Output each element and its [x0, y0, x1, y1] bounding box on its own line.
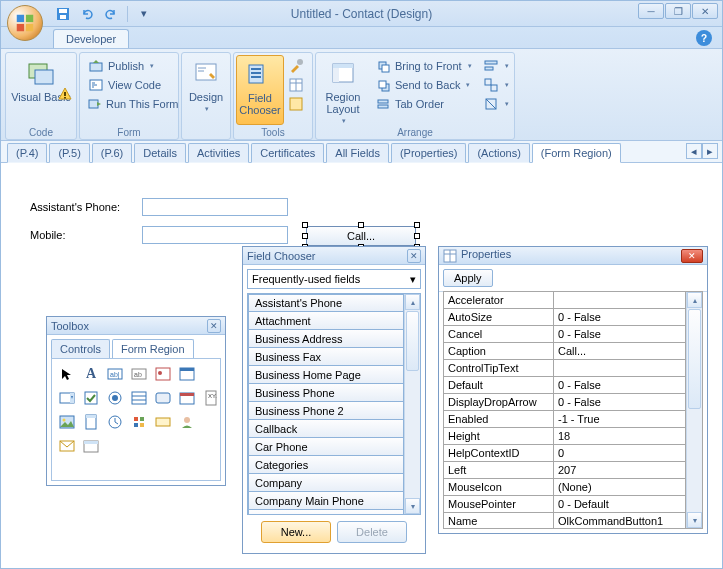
property-value[interactable]: OlkCommandButton1 — [554, 513, 686, 529]
property-value[interactable]: 0 - Default — [554, 496, 686, 513]
tab-scroll-right[interactable]: ▸ — [702, 143, 718, 159]
delete-field-button[interactable]: Delete — [337, 521, 407, 543]
field-item[interactable]: Callback — [248, 420, 404, 438]
tool-combo-icon[interactable] — [56, 387, 78, 409]
scroll-up-icon[interactable]: ▴ — [687, 292, 702, 308]
tool-textbox2-icon[interactable]: ab — [128, 363, 150, 385]
form-canvas[interactable]: Assistant's Phone: Mobile: Call... Toolb… — [2, 164, 721, 567]
advanced-props-button[interactable] — [287, 95, 307, 113]
tool-option-icon[interactable] — [104, 387, 126, 409]
field-category-select[interactable]: Frequently-used fields ▾ — [247, 269, 421, 289]
toolbox-title-bar[interactable]: Toolbox ✕ — [47, 317, 225, 335]
field-item[interactable]: Company Main Phone — [248, 492, 404, 510]
close-button[interactable]: ✕ — [692, 3, 718, 19]
design-tab-activities[interactable]: Activities — [188, 143, 249, 163]
field-item[interactable]: Categories — [248, 456, 404, 474]
property-value[interactable]: Call... — [554, 343, 686, 360]
field-chooser-panel[interactable]: Field Chooser ✕ Frequently-used fields ▾… — [242, 246, 426, 554]
property-row[interactable]: Left207 — [444, 462, 686, 479]
property-value[interactable]: (None) — [554, 479, 686, 496]
office-button[interactable] — [7, 5, 43, 41]
size-button[interactable]: ▾ — [482, 95, 502, 113]
properties-panel[interactable]: Properties ✕ Apply AcceleratorAutoSize0 … — [438, 246, 708, 534]
resize-handle-w[interactable] — [302, 233, 308, 239]
tool-page-icon[interactable] — [80, 411, 102, 433]
tool-spin-icon[interactable]: XY.. — [200, 387, 222, 409]
property-value[interactable]: 0 - False — [554, 377, 686, 394]
design-tab-certificates[interactable]: Certificates — [251, 143, 324, 163]
property-row[interactable]: DisplayDropArrow0 - False — [444, 394, 686, 411]
group-button[interactable]: ▾ — [482, 76, 502, 94]
field-item[interactable]: Company — [248, 474, 404, 492]
property-value[interactable] — [554, 360, 686, 377]
apply-button[interactable]: Apply — [443, 269, 493, 287]
field-chooser-close-icon[interactable]: ✕ — [407, 249, 421, 263]
toolbox-tab-formregion[interactable]: Form Region — [112, 339, 194, 358]
design-tab-formregion[interactable]: (Form Region) — [532, 143, 621, 163]
qat-dropdown-icon[interactable]: ▾ — [134, 4, 154, 24]
tool-time-icon[interactable] — [104, 411, 126, 433]
property-sheet-button[interactable] — [287, 76, 307, 94]
scroll-down-icon[interactable]: ▾ — [687, 512, 702, 528]
call-button-selected[interactable]: Call... — [306, 226, 416, 246]
controls-toolbox-button[interactable] — [287, 57, 307, 75]
field-item[interactable]: Business Phone 2 — [248, 402, 404, 420]
scroll-thumb[interactable] — [406, 311, 419, 371]
region-layout-button[interactable]: Region Layout▾ — [318, 55, 368, 125]
property-row[interactable]: MouseIcon(None) — [444, 479, 686, 496]
property-value[interactable]: 207 — [554, 462, 686, 479]
run-form-button[interactable]: Run This Form — [84, 95, 176, 113]
field-item[interactable]: Attachment — [248, 312, 404, 330]
property-value[interactable]: 0 - False — [554, 309, 686, 326]
tool-contact-icon[interactable] — [152, 363, 174, 385]
tool-calendar-icon[interactable] — [80, 435, 102, 457]
design-tab-actions[interactable]: (Actions) — [468, 143, 529, 163]
save-icon[interactable] — [53, 4, 73, 24]
properties-close-icon[interactable]: ✕ — [681, 249, 703, 263]
tool-person-icon[interactable] — [176, 411, 198, 433]
new-field-button[interactable]: New... — [261, 521, 331, 543]
tool-label-icon[interactable]: A — [80, 363, 102, 385]
field-item[interactable]: Contacts — [248, 510, 404, 515]
field-list-scrollbar[interactable]: ▴ ▾ — [404, 294, 420, 514]
tool-category-icon[interactable] — [128, 411, 150, 433]
property-row[interactable]: CaptionCall... — [444, 343, 686, 360]
assistant-phone-input[interactable] — [142, 198, 288, 216]
toolbox-panel[interactable]: Toolbox ✕ Controls Form Region A ab| ab — [46, 316, 226, 486]
property-row[interactable]: Default0 - False — [444, 377, 686, 394]
send-to-back-button[interactable]: Send to Back▾ — [371, 76, 477, 94]
design-tab-p5[interactable]: (P.5) — [49, 143, 89, 163]
tool-frame-icon[interactable] — [176, 363, 198, 385]
property-row[interactable]: Height18 — [444, 428, 686, 445]
call-button[interactable]: Call... — [306, 226, 416, 246]
property-row[interactable]: Enabled-1 - True — [444, 411, 686, 428]
property-row[interactable]: Cancel0 - False — [444, 326, 686, 343]
property-row[interactable]: HelpContextID0 — [444, 445, 686, 462]
ribbon-tab-developer[interactable]: Developer — [53, 29, 129, 48]
properties-scrollbar[interactable]: ▴ ▾ — [686, 292, 702, 528]
field-item[interactable]: Car Phone — [248, 438, 404, 456]
property-row[interactable]: NameOlkCommandButton1 — [444, 513, 686, 529]
view-code-button[interactable]: View Code — [84, 76, 176, 94]
tool-checkbox-icon[interactable] — [80, 387, 102, 409]
minimize-button[interactable]: ─ — [638, 3, 664, 19]
publish-button[interactable]: Publish▾ — [84, 57, 176, 75]
tool-infobar-icon[interactable] — [152, 411, 174, 433]
toolbox-close-icon[interactable]: ✕ — [207, 319, 221, 333]
design-tab-details[interactable]: Details — [134, 143, 186, 163]
resize-handle-e[interactable] — [414, 233, 420, 239]
property-value[interactable] — [554, 292, 686, 309]
mobile-input[interactable] — [142, 226, 288, 244]
redo-icon[interactable] — [101, 4, 121, 24]
tool-button1-icon[interactable] — [152, 387, 174, 409]
design-button[interactable]: Design▾ — [184, 55, 228, 125]
tool-listbox-icon[interactable] — [128, 387, 150, 409]
property-value[interactable]: 0 - False — [554, 394, 686, 411]
property-row[interactable]: Accelerator — [444, 292, 686, 309]
align-button[interactable]: ▾ — [482, 57, 502, 75]
tab-scroll-left[interactable]: ◂ — [686, 143, 702, 159]
property-row[interactable]: ControlTipText — [444, 360, 686, 377]
field-chooser-title-bar[interactable]: Field Chooser ✕ — [243, 247, 425, 265]
field-chooser-button[interactable]: Field Chooser — [236, 55, 284, 125]
property-value[interactable]: 0 — [554, 445, 686, 462]
